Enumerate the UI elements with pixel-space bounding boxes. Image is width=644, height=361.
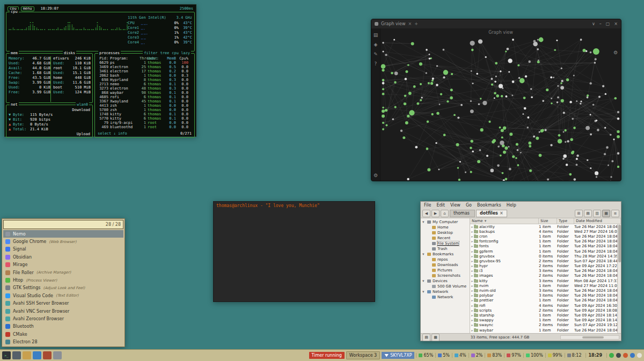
sidebar-item[interactable]: ▾ My Computer [421,219,470,225]
compact-view-button[interactable]: ▥ [593,210,601,217]
file-row[interactable]: nvim 1 item Folder Wed 27 Mar 2024 11:00… [470,283,621,288]
path-tab[interactable]: thomas [450,210,475,217]
expander-icon[interactable] [471,269,473,273]
file-row[interactable]: gruvbox 0 items Folder Thu 28 Mar 2024 1… [470,254,621,259]
terminal-window[interactable]: thomas@archlinux - "I love you, Munchie" [213,201,375,302]
files-icon[interactable] [23,351,31,359]
file-row[interactable]: fontconfig 1 item Folder Tue 26 Mar 2024… [470,239,621,244]
expander-icon[interactable] [471,289,473,293]
launcher-item[interactable]: Avahi SSH Server Browser [3,300,123,307]
expander-icon[interactable] [471,259,473,263]
files-icon[interactable]: ▤ [374,32,378,38]
expander-icon[interactable] [471,298,473,303]
swap-icon[interactable]: 2% [469,353,485,358]
volume-icon[interactable]: 100% [523,353,545,358]
obsidian-tab-title[interactable]: Graph view [381,21,406,26]
launcher-item[interactable]: GTK Settings (Adjust Look and Feel) [3,284,123,292]
expander-icon[interactable] [471,225,473,229]
update-icon[interactable] [623,353,628,358]
update-interval[interactable]: 2500ms [180,6,193,11]
tab-filter[interactable]: filter [144,51,157,56]
sidebar-item[interactable]: ▾ Devices [421,278,470,284]
expander-icon[interactable] [471,304,473,308]
process-row[interactable]: 3367 Xwayland 45 thomas 0.1 0.0 [97,99,193,104]
dual-pane-toggle-button[interactable]: ▦ [431,334,440,341]
path-tab[interactable]: dotfiles× [476,210,507,217]
sidebar-item[interactable]: File System [421,241,470,246]
menu-item[interactable]: Edit [436,203,445,208]
home-button[interactable]: ⌂ [441,210,449,217]
tab-close-icon[interactable]: × [408,21,412,26]
expander-icon[interactable] [471,249,473,254]
sidebar-item[interactable]: Recent [421,235,470,241]
sidebar-item[interactable]: Home [421,225,470,230]
network-interface[interactable]: wlan0 [76,102,89,107]
clock[interactable]: 18:29 [586,353,605,358]
volume-tray-icon[interactable] [630,353,635,358]
file-row[interactable]: kitty 3 items Folder Mon 08 Apr 2024 17:… [470,278,621,283]
uptime-icon[interactable]: 8:12 [565,353,584,358]
launcher-search-bar[interactable]: 28 / 28 [3,220,123,229]
sidebar-item[interactable]: Desktop [421,230,470,235]
process-row[interactable]: 3469 electron 25 thomas 0.5 0.0 [97,65,193,69]
close-button[interactable]: × [614,21,618,26]
file-row[interactable]: gpferm 1 item Folder Tue 26 Mar 2024 18:… [470,249,621,254]
menu-item[interactable]: Go [466,203,472,208]
file-row[interactable]: backups 4 items Folder Wed 27 Mar 2024 1… [470,229,621,234]
edit-icon[interactable]: ✎ [374,51,378,57]
scrollbar-thumb[interactable] [618,225,621,262]
maximize-button[interactable]: ▢ [606,21,610,26]
file-row[interactable]: polybar 3 items Folder Tue 26 Mar 2024 1… [470,293,621,298]
memory-icon[interactable]: 4% [452,353,469,358]
file-row[interactable]: scripts 2 items Folder Tue 09 Apr 2024 1… [470,308,621,313]
expander-icon[interactable] [471,328,473,333]
file-row[interactable]: nvim-old 3 items Folder Tue 26 Mar 2024 … [470,288,621,293]
file-row[interactable]: i3 3 items Folder Tue 26 Mar 2024 18:04:… [470,269,621,274]
file-row[interactable]: waybar 1 item Folder Tue 26 Mar 2024 18:… [470,328,621,333]
process-row[interactable]: 5780 zsh 1 thomas 0.0 0.0 [97,108,193,112]
workspace-indicator[interactable]: Workspace 3 [346,351,380,359]
minimize-button[interactable]: – [599,21,602,26]
file-row[interactable]: alacritty 1 item Folder Tue 26 Mar 2024 … [470,224,621,229]
search-input[interactable] [6,222,106,227]
graph-canvas[interactable] [380,37,621,181]
sidebar-item[interactable]: repos [421,257,470,262]
forward-button[interactable]: ▶ [431,210,440,217]
expander-icon[interactable] [471,230,473,234]
process-row[interactable]: 4413 zsh 1 thomas 0.0 0.0 [97,104,193,108]
expander-icon[interactable] [471,284,473,288]
expander-icon[interactable] [471,239,473,244]
expander-icon[interactable] [471,244,473,248]
column-name[interactable]: Name [470,218,539,224]
sidebar-item[interactable]: Trash [421,246,470,252]
launcher-item[interactable]: CMake [3,330,123,338]
scrollbar-thumb[interactable] [582,336,604,338]
file-row[interactable]: images 2 items Folder Tue 26 Mar 2024 18… [470,274,621,278]
keyboard-icon[interactable] [616,353,621,358]
process-row[interactable]: 1748 kitty 6 thomas 0.1 0.0 [97,112,193,116]
launcher-item[interactable]: Signal [3,246,123,253]
menu-item[interactable]: Help [507,203,516,208]
clipboard-icon[interactable] [637,353,642,358]
new-tab-button[interactable]: ⊞ [575,210,583,217]
file-row[interactable]: fonts 1 item Folder Tue 26 Mar 2024 18:0… [470,244,621,249]
tab-menu[interactable]: menu [21,6,34,11]
launcher-item[interactable]: Avahi VNC Server Browser [3,307,123,315]
file-row[interactable]: gruvbox-95 2 items Folder Sun 07 Apr 202… [470,259,621,263]
tab-sort[interactable]: cpu lazy [172,51,190,56]
column-type[interactable]: Type [557,218,574,224]
sidebar-item[interactable]: Pictures [421,268,470,273]
temperature-icon[interactable]: 97% [504,353,523,358]
expander-icon[interactable] [471,313,473,318]
process-row[interactable]: 79 irq/9-acpi 1 root 0.0 0.0 [97,121,193,125]
settings-icon[interactable] [53,351,62,359]
horizontal-scrollbar[interactable] [560,335,619,340]
process-row[interactable]: 698 Hyprland 8 thomas 0.3 0.0 [97,78,193,82]
back-button[interactable]: ◀ [422,210,430,217]
menu-item[interactable]: File [424,203,431,208]
detailed-view-button[interactable]: ▦ [602,210,610,217]
disk-icon[interactable]: 83% [485,353,504,358]
launcher-item[interactable]: File Roller (Archive Manager) [3,269,123,276]
sidebar-item[interactable]: ▾ Bookmarks [421,252,470,257]
launcher-item[interactable]: Bluetooth [3,323,123,330]
